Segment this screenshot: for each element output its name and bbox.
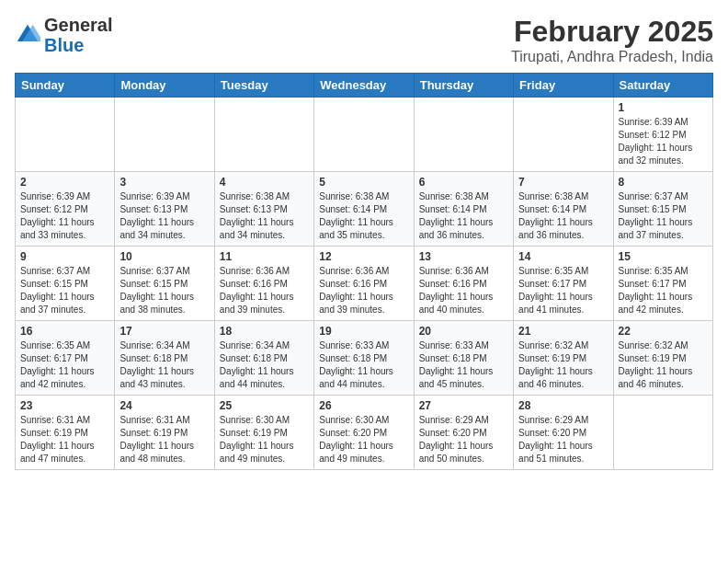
- calendar-cell: [514, 98, 613, 172]
- day-info: Sunrise: 6:29 AM Sunset: 6:20 PM Dayligh…: [419, 414, 508, 465]
- calendar-week-3: 9Sunrise: 6:37 AM Sunset: 6:15 PM Daylig…: [16, 247, 713, 321]
- day-number: 2: [20, 176, 109, 189]
- day-number: 7: [518, 176, 608, 189]
- calendar-cell: 22Sunrise: 6:32 AM Sunset: 6:19 PM Dayli…: [613, 321, 712, 396]
- day-info: Sunrise: 6:37 AM Sunset: 6:15 PM Dayligh…: [20, 265, 109, 316]
- calendar-cell: 4Sunrise: 6:38 AM Sunset: 6:13 PM Daylig…: [214, 172, 313, 247]
- calendar-cell: 5Sunrise: 6:38 AM Sunset: 6:14 PM Daylig…: [314, 172, 414, 247]
- day-number: 23: [20, 399, 109, 412]
- day-info: Sunrise: 6:35 AM Sunset: 6:17 PM Dayligh…: [619, 265, 708, 316]
- day-info: Sunrise: 6:34 AM Sunset: 6:18 PM Dayligh…: [119, 339, 209, 391]
- day-number: 13: [419, 250, 508, 263]
- calendar-cell: 18Sunrise: 6:34 AM Sunset: 6:18 PM Dayli…: [214, 321, 313, 396]
- day-number: 26: [319, 399, 408, 412]
- calendar-cell: 12Sunrise: 6:36 AM Sunset: 6:16 PM Dayli…: [314, 247, 414, 321]
- day-number: 27: [419, 399, 508, 412]
- weekday-saturday: Saturday: [613, 74, 712, 98]
- logo-blue: Blue: [44, 35, 84, 55]
- weekday-header-row: SundayMondayTuesdayWednesdayThursdayFrid…: [16, 74, 713, 98]
- day-number: 1: [619, 101, 708, 114]
- day-number: 15: [619, 250, 708, 263]
- day-info: Sunrise: 6:31 AM Sunset: 6:19 PM Dayligh…: [20, 414, 109, 465]
- calendar-week-5: 23Sunrise: 6:31 AM Sunset: 6:19 PM Dayli…: [16, 396, 713, 470]
- calendar-cell: 2Sunrise: 6:39 AM Sunset: 6:12 PM Daylig…: [16, 172, 115, 247]
- calendar-cell: 26Sunrise: 6:30 AM Sunset: 6:20 PM Dayli…: [314, 396, 414, 470]
- day-number: 8: [619, 176, 708, 189]
- day-number: 3: [119, 176, 209, 189]
- day-info: Sunrise: 6:30 AM Sunset: 6:20 PM Dayligh…: [319, 414, 408, 465]
- day-number: 9: [20, 250, 109, 263]
- calendar-cell: [214, 98, 313, 172]
- calendar-week-1: 1Sunrise: 6:39 AM Sunset: 6:12 PM Daylig…: [16, 98, 713, 172]
- logo-general: General: [44, 15, 112, 35]
- calendar-cell: 1Sunrise: 6:39 AM Sunset: 6:12 PM Daylig…: [613, 98, 712, 172]
- day-info: Sunrise: 6:31 AM Sunset: 6:19 PM Dayligh…: [119, 414, 209, 465]
- logo-icon: [15, 22, 40, 48]
- day-number: 14: [518, 250, 608, 263]
- day-info: Sunrise: 6:33 AM Sunset: 6:18 PM Dayligh…: [419, 339, 508, 391]
- calendar-cell: 21Sunrise: 6:32 AM Sunset: 6:19 PM Dayli…: [514, 321, 613, 396]
- weekday-friday: Friday: [514, 74, 613, 98]
- calendar-cell: [613, 396, 712, 470]
- day-number: 28: [518, 399, 608, 412]
- calendar-cell: 16Sunrise: 6:35 AM Sunset: 6:17 PM Dayli…: [16, 321, 115, 396]
- day-info: Sunrise: 6:35 AM Sunset: 6:17 PM Dayligh…: [518, 265, 608, 316]
- weekday-tuesday: Tuesday: [214, 74, 313, 98]
- weekday-thursday: Thursday: [414, 74, 513, 98]
- calendar-cell: 15Sunrise: 6:35 AM Sunset: 6:17 PM Dayli…: [613, 247, 712, 321]
- day-number: 10: [119, 250, 209, 263]
- day-info: Sunrise: 6:34 AM Sunset: 6:18 PM Dayligh…: [220, 339, 309, 391]
- calendar-cell: 10Sunrise: 6:37 AM Sunset: 6:15 PM Dayli…: [115, 247, 214, 321]
- day-number: 20: [419, 325, 508, 338]
- calendar-cell: 19Sunrise: 6:33 AM Sunset: 6:18 PM Dayli…: [314, 321, 414, 396]
- calendar-cell: 14Sunrise: 6:35 AM Sunset: 6:17 PM Dayli…: [514, 247, 613, 321]
- day-info: Sunrise: 6:29 AM Sunset: 6:20 PM Dayligh…: [518, 414, 608, 465]
- calendar-cell: 24Sunrise: 6:31 AM Sunset: 6:19 PM Dayli…: [115, 396, 214, 470]
- month-year-title: February 2025: [511, 15, 713, 49]
- calendar-cell: 6Sunrise: 6:38 AM Sunset: 6:14 PM Daylig…: [414, 172, 513, 247]
- day-number: 22: [619, 325, 708, 338]
- title-block: February 2025 Tirupati, Andhra Pradesh, …: [511, 15, 713, 65]
- calendar-cell: 3Sunrise: 6:39 AM Sunset: 6:13 PM Daylig…: [115, 172, 214, 247]
- day-info: Sunrise: 6:38 AM Sunset: 6:14 PM Dayligh…: [419, 190, 508, 242]
- day-number: 11: [220, 250, 309, 263]
- day-number: 16: [20, 325, 109, 338]
- calendar-week-4: 16Sunrise: 6:35 AM Sunset: 6:17 PM Dayli…: [16, 321, 713, 396]
- calendar-cell: 23Sunrise: 6:31 AM Sunset: 6:19 PM Dayli…: [16, 396, 115, 470]
- day-number: 12: [319, 250, 408, 263]
- calendar-cell: [115, 98, 214, 172]
- calendar-cell: 8Sunrise: 6:37 AM Sunset: 6:15 PM Daylig…: [613, 172, 712, 247]
- day-number: 18: [220, 325, 309, 338]
- calendar-cell: 20Sunrise: 6:33 AM Sunset: 6:18 PM Dayli…: [414, 321, 513, 396]
- day-info: Sunrise: 6:39 AM Sunset: 6:13 PM Dayligh…: [119, 190, 209, 242]
- day-info: Sunrise: 6:38 AM Sunset: 6:13 PM Dayligh…: [220, 190, 309, 242]
- location-subtitle: Tirupati, Andhra Pradesh, India: [511, 49, 713, 65]
- calendar-table: SundayMondayTuesdayWednesdayThursdayFrid…: [15, 73, 713, 470]
- calendar-cell: 27Sunrise: 6:29 AM Sunset: 6:20 PM Dayli…: [414, 396, 513, 470]
- day-info: Sunrise: 6:37 AM Sunset: 6:15 PM Dayligh…: [619, 190, 708, 242]
- day-info: Sunrise: 6:35 AM Sunset: 6:17 PM Dayligh…: [20, 339, 109, 391]
- day-number: 21: [518, 325, 608, 338]
- day-number: 25: [220, 399, 309, 412]
- day-info: Sunrise: 6:30 AM Sunset: 6:19 PM Dayligh…: [220, 414, 309, 465]
- day-info: Sunrise: 6:32 AM Sunset: 6:19 PM Dayligh…: [518, 339, 608, 391]
- day-info: Sunrise: 6:33 AM Sunset: 6:18 PM Dayligh…: [319, 339, 408, 391]
- day-info: Sunrise: 6:36 AM Sunset: 6:16 PM Dayligh…: [220, 265, 309, 316]
- logo: General Blue: [15, 15, 112, 55]
- day-number: 4: [220, 176, 309, 189]
- day-info: Sunrise: 6:38 AM Sunset: 6:14 PM Dayligh…: [319, 190, 408, 242]
- logo-text: General Blue: [44, 15, 112, 55]
- day-info: Sunrise: 6:37 AM Sunset: 6:15 PM Dayligh…: [119, 265, 209, 316]
- calendar-cell: 25Sunrise: 6:30 AM Sunset: 6:19 PM Dayli…: [214, 396, 313, 470]
- weekday-sunday: Sunday: [16, 74, 115, 98]
- day-number: 24: [119, 399, 209, 412]
- day-number: 17: [119, 325, 209, 338]
- calendar-cell: 17Sunrise: 6:34 AM Sunset: 6:18 PM Dayli…: [115, 321, 214, 396]
- calendar-cell: 9Sunrise: 6:37 AM Sunset: 6:15 PM Daylig…: [16, 247, 115, 321]
- calendar-cell: 28Sunrise: 6:29 AM Sunset: 6:20 PM Dayli…: [514, 396, 613, 470]
- day-info: Sunrise: 6:39 AM Sunset: 6:12 PM Dayligh…: [619, 116, 708, 167]
- calendar-week-2: 2Sunrise: 6:39 AM Sunset: 6:12 PM Daylig…: [16, 172, 713, 247]
- calendar-cell: [314, 98, 414, 172]
- day-info: Sunrise: 6:32 AM Sunset: 6:19 PM Dayligh…: [619, 339, 708, 391]
- calendar-body: 1Sunrise: 6:39 AM Sunset: 6:12 PM Daylig…: [16, 98, 713, 470]
